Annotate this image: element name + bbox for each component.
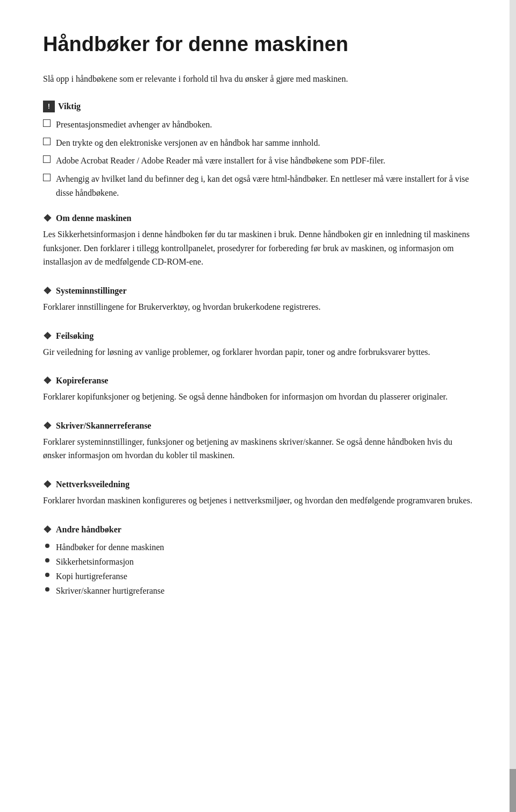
bullet-dot-icon [45,587,49,592]
page-title: Håndbøker for denne maskinen [43,32,473,57]
bullet-dot-icon [45,573,49,577]
checkbox-icon [43,138,51,145]
checkbox-icon [43,155,51,163]
important-bullet-list: Presentasjonsmediet avhenger av håndboke… [43,118,473,200]
list-item: Adobe Acrobat Reader / Adobe Reader må v… [43,154,473,168]
section-skriver-skannerreferanse: ❖Skriver/SkannerreferanseForklarer syste… [43,420,473,462]
bullet-text: Adobe Acrobat Reader / Adobe Reader må v… [56,154,385,168]
section-header-kopireferanse: ❖Kopireferanse [43,375,473,387]
section-title: Kopireferanse [56,376,108,386]
section-title: Systeminnstillinger [56,286,127,296]
section-andre-handbker: ❖Andre håndbøkerHåndbøker for denne mask… [43,524,473,599]
bullet-dot-icon [45,544,49,548]
list-item: Den trykte og den elektroniske versjonen… [43,136,473,150]
list-item-text: Håndbøker for denne maskinen [56,540,164,554]
list-item: Avhengig av hvilket land du befinner deg… [43,172,473,200]
scrollbar[interactable] [510,0,516,812]
section-feilsoking: ❖FeilsøkingGir veiledning for løsning av… [43,330,473,359]
section-header-andre-handbker: ❖Andre håndbøker [43,524,473,536]
diamond-icon: ❖ [43,285,52,297]
scrollbar-thumb[interactable] [510,769,516,812]
list-item-text: Sikkerhetsinformasjon [56,554,134,569]
list-item: Kopi hurtigreferanse [45,569,473,583]
sections-container: ❖Om denne maskinenLes Sikkerhetsinformas… [43,212,473,598]
list-item-text: Kopi hurtigreferanse [56,569,127,583]
section-body: Gir veiledning for løsning av vanlige pr… [43,345,473,359]
diamond-icon: ❖ [43,479,52,490]
section-body: Les Sikkerhetsinformasjon i denne håndbo… [43,227,473,269]
section-nettverksveiledning: ❖NettverksveiledningForklarer hvordan ma… [43,479,473,508]
section-header-feilsoking: ❖Feilsøking [43,330,473,342]
section-om-denne-maskinen: ❖Om denne maskinenLes Sikkerhetsinformas… [43,212,473,269]
diamond-icon: ❖ [43,524,52,536]
section-body: Forklarer innstillingene for Brukerverkt… [43,300,473,314]
section-title: Nettverksveiledning [56,480,130,489]
diamond-icon: ❖ [43,420,52,432]
section-title: Andre håndbøker [56,525,121,535]
section-systeminnstillinger: ❖SysteminnstillingerForklarer innstillin… [43,285,473,314]
diamond-icon: ❖ [43,212,52,224]
bullet-text: Den trykte og den elektroniske versjonen… [56,136,320,150]
bullet-text: Presentasjonsmediet avhenger av håndboke… [56,118,212,132]
section-kopireferanse: ❖KopireferanseForklarer kopifunksjoner o… [43,375,473,404]
section-body: Forklarer hvordan maskinen konfigureres … [43,494,473,508]
section-title: Feilsøking [56,331,94,341]
section-header-systeminnstillinger: ❖Systeminnstillinger [43,285,473,297]
sub-list: Håndbøker for denne maskinenSikkerhetsin… [45,540,473,599]
intro-paragraph: Slå opp i håndbøkene som er relevante i … [43,72,473,86]
list-item-text: Skriver/skanner hurtigreferanse [56,583,164,598]
section-title: Skriver/Skannerreferanse [56,421,151,431]
section-body: Forklarer systeminnstillinger, funksjone… [43,435,473,462]
important-header: ! Viktig [43,101,473,112]
section-header-nettverksveiledning: ❖Nettverksveiledning [43,479,473,490]
section-body: Forklarer kopifunksjoner og betjening. S… [43,390,473,404]
diamond-icon: ❖ [43,330,52,342]
bullet-dot-icon [45,558,49,562]
list-item: Presentasjonsmediet avhenger av håndboke… [43,118,473,132]
section-header-skriver-skannerreferanse: ❖Skriver/Skannerreferanse [43,420,473,432]
checkbox-icon [43,119,51,127]
list-item: Skriver/skanner hurtigreferanse [45,583,473,598]
list-item: Håndbøker for denne maskinen [45,540,473,554]
important-label: Viktig [58,102,81,111]
section-title: Om denne maskinen [56,213,131,223]
checkbox-icon [43,174,51,181]
bullet-text: Avhengig av hvilket land du befinner deg… [56,172,473,200]
section-header-om-denne-maskinen: ❖Om denne maskinen [43,212,473,224]
list-item: Sikkerhetsinformasjon [45,554,473,569]
diamond-icon: ❖ [43,375,52,387]
important-section: ! Viktig Presentasjonsmediet avhenger av… [43,101,473,200]
important-icon: ! [43,101,55,112]
